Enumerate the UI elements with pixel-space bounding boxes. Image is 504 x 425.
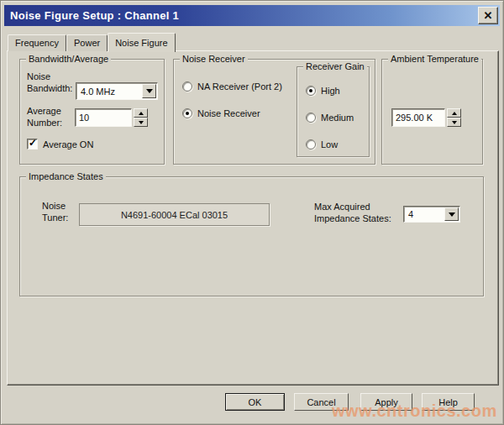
radio-gain-low-label: Low xyxy=(321,139,338,150)
chevron-down-icon[interactable] xyxy=(444,207,459,221)
group-noise-receiver: Noise Receiver NA Receiver (Port 2) Nois… xyxy=(173,59,375,165)
group-impedance-states: Impedance States Noise Tuner: N4691-6000… xyxy=(19,176,484,296)
radio-icon[interactable] xyxy=(182,108,192,118)
max-impedance-states-select[interactable]: 4 xyxy=(403,206,460,223)
average-number-label: Average Number: xyxy=(27,105,62,129)
tab-page-noise-figure: Bandwidth/Average Noise Bandwidth: 4.0 M… xyxy=(7,50,499,386)
group-noise-receiver-label: Noise Receiver xyxy=(180,54,248,64)
ambient-temperature-input[interactable]: 295.00 K xyxy=(391,108,445,127)
radio-gain-medium[interactable]: Medium xyxy=(306,113,354,123)
noise-figure-setup-dialog: Noise Figure Setup : Channel 1 ✕ Frequen… xyxy=(0,0,504,425)
radio-icon[interactable] xyxy=(306,139,316,150)
radio-gain-medium-label: Medium xyxy=(321,113,354,123)
help-button[interactable]: Help xyxy=(422,393,475,411)
average-number-spinner xyxy=(134,108,148,127)
group-ambient-temperature: Ambient Temperature 295.00 K xyxy=(381,59,483,165)
titlebar: Noise Figure Setup : Channel 1 ✕ xyxy=(4,5,500,26)
ok-button[interactable]: OK xyxy=(225,393,285,411)
group-bandwidth-average-label: Bandwidth/Average xyxy=(26,54,111,64)
spinner-up-icon[interactable] xyxy=(447,108,461,118)
window-title: Noise Figure Setup : Channel 1 xyxy=(10,9,179,22)
radio-icon[interactable] xyxy=(306,113,316,123)
checkbox-box[interactable]: ✓ xyxy=(27,139,38,150)
group-bandwidth-average: Bandwidth/Average Noise Bandwidth: 4.0 M… xyxy=(19,59,165,165)
tab-frequency[interactable]: Frequency xyxy=(8,34,66,51)
apply-button[interactable]: Apply xyxy=(360,393,412,411)
radio-gain-high-label: High xyxy=(321,86,340,96)
tab-frequency-label: Frequency xyxy=(15,38,59,48)
tab-noise-figure[interactable]: Noise Figure xyxy=(108,33,175,52)
radio-gain-high[interactable]: High xyxy=(306,86,340,96)
cancel-button[interactable]: Cancel xyxy=(294,393,349,411)
ambient-temperature-spinner xyxy=(447,108,461,127)
spinner-up-icon[interactable] xyxy=(134,108,148,118)
noise-bandwidth-select[interactable]: 4.0 MHz xyxy=(76,82,158,100)
noise-tuner-field: N4691-60004 ECal 03015 xyxy=(79,203,270,226)
noise-bandwidth-label: Noise Bandwidth: xyxy=(27,71,72,94)
group-impedance-states-label: Impedance States xyxy=(26,171,106,181)
tab-power[interactable]: Power xyxy=(66,34,108,51)
radio-gain-low[interactable]: Low xyxy=(306,139,338,150)
group-receiver-gain: Receiver Gain High Medium Low xyxy=(297,66,370,157)
checkmark-icon: ✓ xyxy=(29,138,37,149)
spinner-down-icon[interactable] xyxy=(447,118,461,127)
tab-strip: Frequency Power Noise Figure xyxy=(8,32,176,51)
tab-noise-figure-label: Noise Figure xyxy=(115,38,167,48)
average-on-label: Average ON xyxy=(43,139,93,150)
average-number-input[interactable]: 10 xyxy=(75,108,132,127)
radio-noise-receiver-label: Noise Receiver xyxy=(197,108,260,118)
close-icon: ✕ xyxy=(484,10,493,21)
radio-na-receiver-label: NA Receiver (Port 2) xyxy=(197,81,282,92)
noise-tuner-label: Noise Tuner: xyxy=(42,200,68,223)
average-on-checkbox[interactable]: ✓ Average ON xyxy=(27,139,93,150)
group-ambient-temperature-label: Ambient Temperature xyxy=(388,54,481,64)
radio-noise-receiver[interactable]: Noise Receiver xyxy=(182,108,260,118)
tab-power-label: Power xyxy=(74,38,100,48)
chevron-down-icon[interactable] xyxy=(142,84,156,98)
radio-icon[interactable] xyxy=(182,81,192,92)
radio-na-receiver[interactable]: NA Receiver (Port 2) xyxy=(182,81,282,92)
close-button[interactable]: ✕ xyxy=(478,7,498,24)
max-acquired-label: Max Acquired Impedance States: xyxy=(314,201,391,224)
group-receiver-gain-label: Receiver Gain xyxy=(303,61,367,71)
spinner-down-icon[interactable] xyxy=(134,118,148,127)
radio-icon[interactable] xyxy=(306,86,316,96)
